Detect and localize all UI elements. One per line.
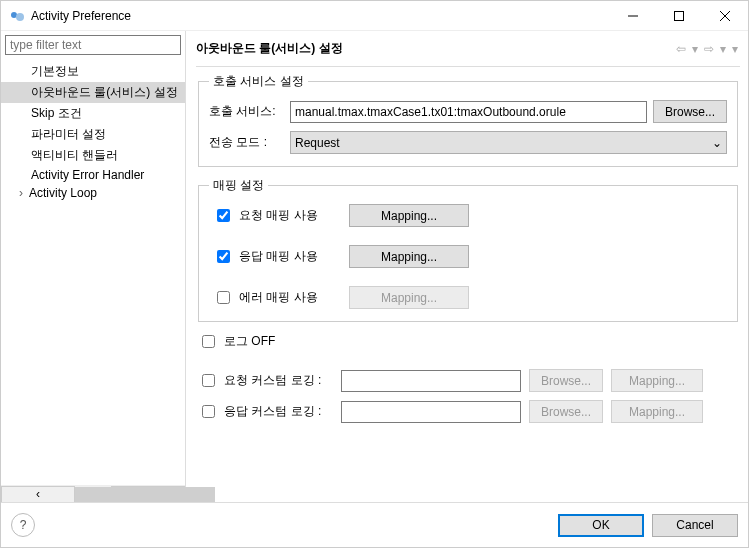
response-custom-log-checkbox[interactable] <box>202 405 215 418</box>
cancel-button[interactable]: Cancel <box>652 514 738 537</box>
error-mapping-check[interactable]: 에러 매핑 사용 <box>213 288 333 307</box>
request-log-mapping-button: Mapping... <box>611 369 703 392</box>
tree-item-basic[interactable]: 기본정보 <box>1 61 185 82</box>
scroll-thumb[interactable] <box>75 487 215 502</box>
titlebar: Activity Preference <box>1 1 748 31</box>
transfer-mode-value: Request <box>295 136 340 150</box>
back-menu-icon[interactable]: ▾ <box>690 42 700 56</box>
preference-dialog: Activity Preference 기본정보 아웃바운드 룰(서비스) 설정… <box>0 0 749 548</box>
browse-service-button[interactable]: Browse... <box>653 100 727 123</box>
response-mapping-checkbox[interactable] <box>217 250 230 263</box>
chevron-down-icon: ⌄ <box>712 136 722 150</box>
view-menu-icon[interactable]: ▾ <box>730 42 740 56</box>
request-mapping-checkbox[interactable] <box>217 209 230 222</box>
close-button[interactable] <box>702 1 748 31</box>
nav-tree: 기본정보 아웃바운드 룰(서비스) 설정 Skip 조건 파라미터 설정 액티비… <box>1 59 185 485</box>
transfer-mode-select[interactable]: Request ⌄ <box>290 131 727 154</box>
call-service-input[interactable] <box>290 101 647 123</box>
tree-item-outbound-rule[interactable]: 아웃바운드 룰(서비스) 설정 <box>1 82 185 103</box>
response-mapping-check[interactable]: 응답 매핑 사용 <box>213 247 333 266</box>
request-log-browse-button: Browse... <box>529 369 603 392</box>
response-custom-log-input[interactable] <box>341 401 521 423</box>
call-service-label: 호출 서비스: <box>209 103 284 120</box>
transfer-mode-label: 전송 모드 : <box>209 134 284 151</box>
tree-item-parameter[interactable]: 파라미터 설정 <box>1 124 185 145</box>
error-mapping-checkbox[interactable] <box>217 291 230 304</box>
call-service-legend: 호출 서비스 설정 <box>209 73 308 90</box>
mapping-legend: 매핑 설정 <box>209 177 268 194</box>
error-mapping-button: Mapping... <box>349 286 469 309</box>
response-custom-log-check[interactable]: 응답 커스텀 로깅 : <box>198 402 333 421</box>
svg-point-1 <box>16 13 24 21</box>
header-nav: ⇦ ▾ ⇨ ▾ ▾ <box>674 42 740 56</box>
request-mapping-check[interactable]: 요청 매핑 사용 <box>213 206 333 225</box>
request-mapping-button[interactable]: Mapping... <box>349 204 469 227</box>
window-title: Activity Preference <box>31 9 610 23</box>
svg-rect-3 <box>675 11 684 20</box>
log-off-checkbox[interactable] <box>202 335 215 348</box>
tree-item-activity-loop[interactable]: ›Activity Loop <box>1 184 185 202</box>
page-title: 아웃바운드 룰(서비스) 설정 <box>196 40 674 57</box>
footer: ? OK Cancel <box>1 502 748 547</box>
response-mapping-button[interactable]: Mapping... <box>349 245 469 268</box>
minimize-button[interactable] <box>610 1 656 31</box>
request-custom-log-check[interactable]: 요청 커스텀 로깅 : <box>198 371 333 390</box>
request-custom-log-checkbox[interactable] <box>202 374 215 387</box>
tree-item-activity-handler[interactable]: 액티비티 핸들러 <box>1 145 185 166</box>
tree-item-error-handler[interactable]: Activity Error Handler <box>1 166 185 184</box>
request-custom-log-input[interactable] <box>341 370 521 392</box>
scroll-left-icon[interactable]: ‹ <box>1 486 75 503</box>
forward-icon[interactable]: ⇨ <box>702 42 716 56</box>
forward-menu-icon[interactable]: ▾ <box>718 42 728 56</box>
sidebar: 기본정보 아웃바운드 룰(서비스) 설정 Skip 조건 파라미터 설정 액티비… <box>1 31 186 502</box>
tree-item-skip[interactable]: Skip 조건 <box>1 103 185 124</box>
maximize-button[interactable] <box>656 1 702 31</box>
ok-button[interactable]: OK <box>558 514 644 537</box>
main-panel: 아웃바운드 룰(서비스) 설정 ⇦ ▾ ⇨ ▾ ▾ 호출 서비스 설정 호출 서… <box>186 31 748 502</box>
mapping-group: 매핑 설정 요청 매핑 사용 Mapping... 응답 매핑 사용 <box>198 177 738 322</box>
sidebar-scrollbar[interactable]: ‹ › <box>1 485 185 502</box>
log-off-check[interactable]: 로그 OFF <box>198 332 333 351</box>
filter-input[interactable] <box>5 35 181 55</box>
help-button[interactable]: ? <box>11 513 35 537</box>
response-log-browse-button: Browse... <box>529 400 603 423</box>
call-service-group: 호출 서비스 설정 호출 서비스: Browse... 전송 모드 : Requ… <box>198 73 738 167</box>
chevron-right-icon: › <box>19 186 29 200</box>
back-icon[interactable]: ⇦ <box>674 42 688 56</box>
help-icon: ? <box>20 518 27 532</box>
response-log-mapping-button: Mapping... <box>611 400 703 423</box>
app-icon <box>9 8 25 24</box>
